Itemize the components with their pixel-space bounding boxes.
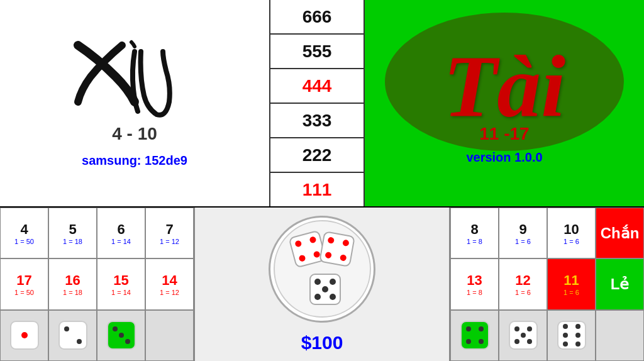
bet-17[interactable]: 17 1 = 50 [0, 258, 48, 309]
bet-4-main: 4 [20, 221, 28, 238]
right-dice-1 [450, 310, 499, 361]
device-id: samsung: 152de9 [82, 153, 187, 168]
svg-point-38 [563, 324, 568, 329]
bet-8-sub: 1 = 8 [467, 238, 482, 245]
right-dice-4 [596, 310, 644, 361]
svg-point-22 [330, 279, 336, 285]
bet-14[interactable]: 14 1 = 12 [145, 258, 194, 309]
chan-cell[interactable]: Chắn [596, 208, 644, 258]
le-label: Lẻ [611, 275, 630, 293]
tai-range: 11 -17 [479, 124, 529, 144]
dice-3-svg [106, 320, 136, 350]
bet-16[interactable]: 16 1 = 18 [48, 258, 97, 309]
bet-grid-right: 8 1 = 8 9 1 = 6 10 1 = 6 Chắn 13 1 = 8 1… [449, 208, 644, 361]
center-area: $100 [195, 208, 449, 361]
bet-6[interactable]: 6 1 = 14 [97, 208, 145, 258]
svg-point-6 [113, 326, 118, 331]
dice-bowl [269, 216, 375, 323]
right-dice-3 [547, 310, 596, 361]
bet-13-main: 13 [467, 272, 482, 289]
version-text: version 1.0.0 [466, 150, 542, 165]
svg-rect-2 [59, 321, 87, 349]
left-dice-3 [97, 310, 145, 361]
bet-grid-left: 4 1 = 50 5 1 = 18 6 1 = 14 7 1 = 12 17 1… [0, 208, 195, 361]
rdice-3-svg [557, 320, 587, 350]
dice-empty-svg [155, 320, 185, 350]
score-333[interactable]: 333 [270, 104, 364, 138]
xiu-panel: 4 - 10 samsung: 152de9 [0, 0, 270, 206]
xiu-calligraphy [65, 39, 204, 121]
rdice-1-svg [460, 320, 490, 350]
bet-13[interactable]: 13 1 = 8 [450, 258, 499, 309]
bet-14-main: 14 [162, 272, 177, 289]
score-444[interactable]: 444 [270, 69, 364, 104]
score-111[interactable]: 111 [270, 173, 364, 206]
svg-point-41 [575, 333, 580, 338]
svg-point-40 [563, 333, 568, 338]
svg-point-27 [466, 326, 471, 331]
bet-5-main: 5 [69, 221, 76, 238]
bet-13-sub: 1 = 8 [467, 289, 482, 296]
svg-point-3 [64, 326, 69, 331]
right-dice-2 [499, 310, 547, 361]
bet-15-sub: 1 = 14 [111, 289, 131, 296]
svg-point-34 [521, 333, 526, 338]
bet-6-sub: 1 = 14 [111, 238, 131, 245]
score-222[interactable]: 222 [270, 138, 364, 173]
bet-11-sub: 1 = 6 [564, 289, 579, 296]
bet-9-sub: 1 = 6 [515, 238, 531, 245]
svg-rect-37 [558, 321, 586, 349]
le-cell[interactable]: Lẻ [596, 258, 644, 309]
bet-5[interactable]: 5 1 = 18 [48, 208, 97, 258]
bet-7-main: 7 [165, 221, 173, 238]
svg-point-21 [314, 279, 321, 285]
left-dice-1 [0, 310, 48, 361]
bet-15[interactable]: 15 1 = 14 [97, 258, 145, 309]
tai-label: Tài [443, 42, 565, 130]
bet-10-main: 10 [564, 221, 579, 238]
bowl-dice-2 [318, 230, 355, 267]
bet-16-sub: 1 = 18 [63, 289, 82, 296]
svg-point-33 [527, 326, 532, 331]
svg-point-36 [527, 339, 532, 344]
left-dice-4 [145, 310, 194, 361]
svg-point-23 [322, 286, 328, 292]
score-666[interactable]: 666 [270, 0, 364, 35]
svg-rect-15 [319, 231, 355, 267]
dice-2-svg [58, 320, 88, 350]
bet-17-sub: 1 = 50 [14, 289, 34, 296]
bet-12[interactable]: 12 1 = 6 [499, 258, 547, 309]
top-section: 4 - 10 samsung: 152de9 666 555 444 333 2… [0, 0, 644, 208]
bet-9[interactable]: 9 1 = 6 [499, 208, 547, 258]
bet-15-main: 15 [113, 272, 128, 289]
svg-point-43 [575, 342, 580, 347]
bet-14-sub: 1 = 12 [160, 289, 179, 296]
bet-amount[interactable]: $100 [301, 332, 343, 353]
bet-12-sub: 1 = 6 [515, 289, 531, 296]
svg-point-35 [514, 339, 519, 344]
bet-7[interactable]: 7 1 = 12 [145, 208, 194, 258]
score-555[interactable]: 555 [270, 35, 364, 69]
bet-4[interactable]: 4 1 = 50 [0, 208, 48, 258]
bowl-inner [274, 220, 371, 318]
bet-12-main: 12 [515, 272, 530, 289]
bowl-dice-3 [309, 273, 341, 306]
svg-point-29 [466, 339, 471, 344]
svg-point-7 [119, 333, 124, 338]
bet-16-main: 16 [65, 272, 80, 289]
svg-point-39 [575, 324, 580, 329]
bet-11[interactable]: 11 1 = 6 [547, 258, 596, 309]
bet-11-main: 11 [564, 272, 579, 289]
bottom-section: 4 1 = 50 5 1 = 18 6 1 = 14 7 1 = 12 17 1… [0, 208, 644, 361]
svg-point-1 [21, 332, 28, 338]
dice-1-svg [9, 320, 40, 350]
svg-rect-26 [461, 321, 489, 349]
svg-point-24 [314, 294, 321, 300]
chan-label: Chắn [601, 225, 640, 242]
bet-8[interactable]: 8 1 = 8 [450, 208, 499, 258]
bet-10[interactable]: 10 1 = 6 [547, 208, 596, 258]
svg-point-28 [479, 326, 484, 331]
bet-9-main: 9 [519, 221, 526, 238]
bet-4-sub: 1 = 50 [14, 238, 34, 245]
bet-8-main: 8 [470, 221, 478, 238]
